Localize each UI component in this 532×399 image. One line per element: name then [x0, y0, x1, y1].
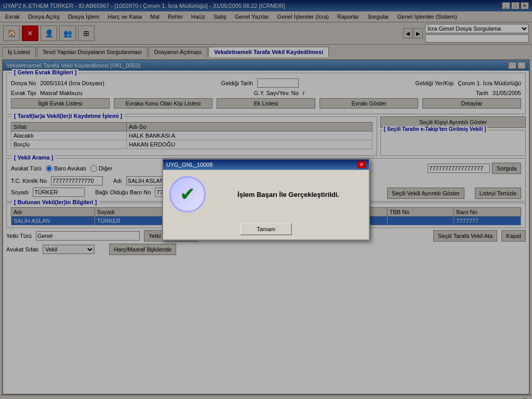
check-icon: ✔ — [180, 183, 195, 205]
modal-dialog: UYG_GNL_10008 ✕ ✔ İşlem Başarı İle Gerçe… — [162, 158, 370, 241]
modal-title-text: UYG_GNL_10008 — [166, 162, 212, 168]
modal-message: İşlem Başarı İle Gerçekleştirildi. — [214, 191, 363, 198]
modal-close-icon[interactable]: ✕ — [357, 161, 366, 168]
modal-tamam-button[interactable]: Tamam — [240, 223, 292, 235]
modal-footer: Tamam — [163, 219, 369, 240]
modal-title-bar: UYG_GNL_10008 ✕ — [163, 159, 369, 170]
modal-checkmark-icon: ✔ — [169, 176, 206, 212]
modal-overlay: UYG_GNL_10008 ✕ ✔ İşlem Başarı İle Gerçe… — [0, 0, 532, 399]
